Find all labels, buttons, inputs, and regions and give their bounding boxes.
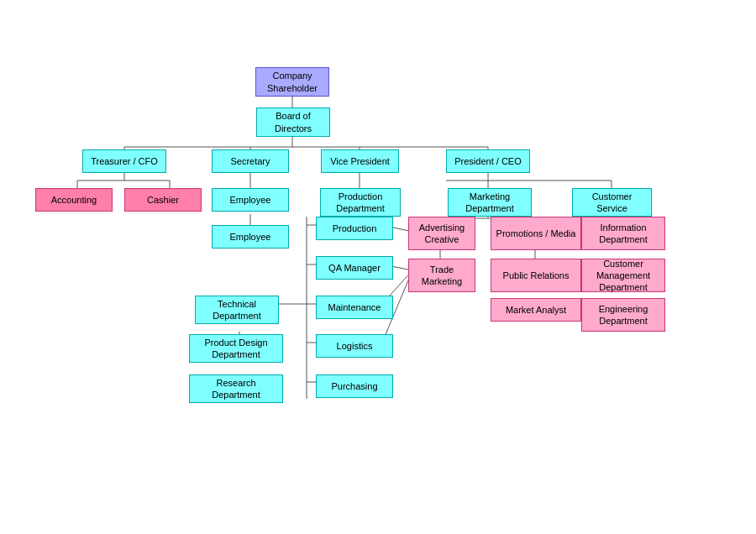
node-employee-2: Employee — [212, 225, 289, 249]
node-secretary: Secretary — [212, 149, 289, 173]
node-information-department: Information Department — [581, 217, 665, 250]
node-logistics: Logistics — [316, 334, 393, 358]
node-customer-service: Customer Service — [572, 188, 652, 217]
node-company-shareholder: Company Shareholder — [255, 67, 329, 97]
node-market-analyst: Market Analyst — [491, 298, 581, 322]
node-customer-management-department: Customer Management Department — [581, 259, 665, 292]
node-accounting: Accounting — [35, 188, 113, 212]
node-product-design-department: Product Design Department — [189, 334, 283, 363]
node-marketing-department: Marketing Department — [448, 188, 532, 217]
node-research-department: Research Department — [189, 374, 283, 403]
node-maintenance: Maintenance — [316, 296, 393, 319]
node-board-of-directors: Board of Directors — [256, 107, 330, 137]
node-production: Production — [316, 217, 393, 240]
node-employee-1: Employee — [212, 188, 289, 212]
node-promotions-media: Promotions / Media — [491, 217, 581, 250]
node-engineering-department: Engineering Department — [581, 298, 665, 332]
node-vice-president: Vice President — [321, 149, 399, 173]
node-trade-marketing: Trade Marketing — [408, 259, 475, 292]
node-qa-manager: QA Manager — [316, 256, 393, 280]
node-president-ceo: President / CEO — [446, 149, 530, 173]
node-treasurer-cfo: Treasurer / CFO — [82, 149, 166, 173]
node-production-department: Production Department — [320, 188, 401, 217]
node-public-relations: Public Relations — [491, 259, 581, 292]
node-advertising-creative: Advertising Creative — [408, 217, 475, 250]
org-chart-canvas: Company Shareholder Board of Directors T… — [0, 0, 756, 534]
node-purchasing: Purchasing — [316, 374, 393, 398]
node-technical-department: Technical Department — [195, 296, 279, 324]
node-cashier: Cashier — [124, 188, 202, 212]
